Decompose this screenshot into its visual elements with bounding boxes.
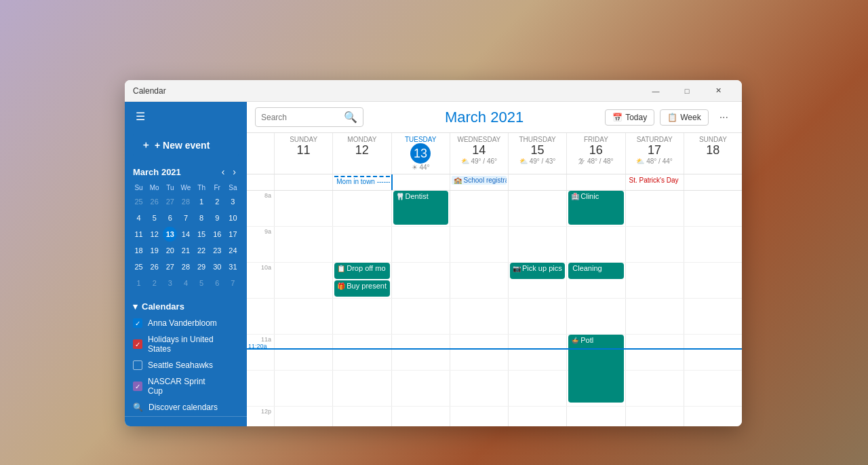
time-cell[interactable] xyxy=(684,371,742,406)
time-cell[interactable] xyxy=(508,227,566,262)
mini-cal-day[interactable]: 22 xyxy=(195,243,209,258)
time-cell[interactable] xyxy=(684,227,742,262)
time-cell[interactable] xyxy=(684,263,742,298)
mini-cal-day[interactable]: 6 xyxy=(210,276,224,291)
time-cell[interactable]: Cleaning xyxy=(566,263,625,298)
mini-cal-day[interactable]: 1 xyxy=(132,276,146,291)
mini-cal-day[interactable]: 4 xyxy=(178,276,193,291)
calendar-item-holidays[interactable]: ✓ Holidays in United States ··· xyxy=(125,332,247,356)
time-cell[interactable] xyxy=(684,191,742,226)
calendar-checkbox-seahawks[interactable] xyxy=(133,360,142,370)
event-clinic[interactable]: 🏥Clinic xyxy=(568,191,623,225)
time-cell[interactable] xyxy=(450,299,508,334)
time-cell[interactable]: 🏥Clinic xyxy=(566,191,625,226)
new-event-button[interactable]: ＋ + New event xyxy=(133,134,239,157)
time-cell[interactable] xyxy=(450,335,508,370)
event-pickuppics[interactable]: 📷Pick up pics xyxy=(510,263,565,279)
mini-cal-day[interactable]: 24 xyxy=(226,243,240,258)
maximize-button[interactable]: □ xyxy=(671,80,703,102)
time-cell[interactable] xyxy=(450,407,508,426)
time-cell[interactable] xyxy=(332,191,391,226)
time-cell[interactable] xyxy=(508,335,566,370)
more-options-button[interactable]: ··· xyxy=(714,109,734,126)
time-cell[interactable] xyxy=(508,407,566,426)
time-cell[interactable] xyxy=(332,227,391,262)
calendar-item-anna[interactable]: ✓ Anna Vanderbloom ··· xyxy=(125,314,247,332)
mini-cal-day[interactable]: 4 xyxy=(132,210,146,225)
mini-cal-day[interactable]: 5 xyxy=(195,276,209,291)
time-cell[interactable] xyxy=(625,299,684,334)
time-cell[interactable] xyxy=(566,407,625,426)
calendar-item-nascar[interactable]: ✓ NASCAR Sprint Cup ··· xyxy=(125,374,247,398)
time-cell[interactable] xyxy=(566,227,625,262)
mini-cal-day[interactable]: 2 xyxy=(210,194,224,209)
time-cell[interactable] xyxy=(625,335,684,370)
mini-cal-day[interactable]: 13 xyxy=(163,227,177,242)
mini-cal-day[interactable]: 27 xyxy=(163,194,177,209)
time-cell[interactable] xyxy=(625,227,684,262)
time-cell[interactable] xyxy=(274,407,332,426)
today-button[interactable]: 📅 Today xyxy=(605,109,654,126)
event-st-patricks-day[interactable]: St. Patrick's Day xyxy=(627,176,682,185)
event-dropoff[interactable]: 📋Drop off mo xyxy=(334,263,389,279)
mini-cal-day[interactable]: 20 xyxy=(163,243,177,258)
time-cell[interactable] xyxy=(625,371,684,406)
time-cell[interactable] xyxy=(332,299,391,334)
mini-cal-prev[interactable]: ‹ xyxy=(219,165,228,179)
mini-cal-day[interactable]: 15 xyxy=(195,227,209,242)
mini-cal-day[interactable]: 19 xyxy=(147,243,161,258)
time-cell[interactable] xyxy=(391,227,450,262)
mini-cal-day[interactable]: 26 xyxy=(147,259,161,274)
event-dentist[interactable]: 🦷Dentist xyxy=(393,191,448,225)
mini-cal-day[interactable]: 2 xyxy=(147,276,161,291)
time-cell[interactable] xyxy=(508,299,566,334)
mini-cal-day[interactable]: 28 xyxy=(178,259,193,274)
event-cleaning[interactable]: Cleaning xyxy=(568,263,623,279)
time-cell[interactable] xyxy=(274,227,332,262)
mini-cal-day[interactable]: 23 xyxy=(210,243,224,258)
mini-cal-day[interactable]: 27 xyxy=(163,259,177,274)
calendar-checkbox-nascar[interactable]: ✓ xyxy=(133,382,142,391)
calendar-checkbox-holidays[interactable]: ✓ xyxy=(133,339,142,349)
mini-cal-day[interactable]: 5 xyxy=(147,210,161,225)
time-cell[interactable] xyxy=(332,407,391,426)
time-cell[interactable] xyxy=(450,263,508,298)
time-cell[interactable] xyxy=(274,299,332,334)
event-buypresent[interactable]: 🎁Buy present xyxy=(334,280,389,297)
mini-cal-day[interactable]: 12 xyxy=(147,227,161,242)
time-cell[interactable] xyxy=(391,407,450,426)
people-icon[interactable]: 👥 xyxy=(177,422,199,426)
time-cell[interactable] xyxy=(274,191,332,226)
time-cell[interactable] xyxy=(274,335,332,370)
mini-cal-day[interactable]: 3 xyxy=(226,194,240,209)
mini-cal-day[interactable]: 9 xyxy=(210,210,224,225)
week-button[interactable]: 📋 Week xyxy=(660,109,708,126)
mini-cal-day[interactable]: 30 xyxy=(210,259,224,274)
time-cell[interactable] xyxy=(274,371,332,406)
time-cell[interactable] xyxy=(391,299,450,334)
time-cell[interactable] xyxy=(450,191,508,226)
time-cell[interactable]: 🍲Potl xyxy=(566,335,625,370)
calendar-checkbox-anna[interactable]: ✓ xyxy=(133,318,142,328)
mini-cal-day[interactable]: 16 xyxy=(210,227,224,242)
calendar-item-seahawks[interactable]: Seattle Seahawks ··· xyxy=(125,356,247,374)
time-cell[interactable] xyxy=(274,263,332,298)
mini-cal-day[interactable]: 11 xyxy=(132,227,146,242)
mini-cal-day[interactable]: 14 xyxy=(178,227,193,242)
time-cell[interactable] xyxy=(450,227,508,262)
mini-cal-day[interactable]: 10 xyxy=(226,210,240,225)
time-cell[interactable]: 📋Drop off mo🎁Buy present xyxy=(332,263,391,298)
event-school-registrati[interactable]: 🏫 School registrati... xyxy=(452,176,507,185)
mini-cal-day[interactable]: 7 xyxy=(226,276,240,291)
time-cell[interactable] xyxy=(332,371,391,406)
tasks-icon[interactable]: ✓ xyxy=(202,422,219,426)
mini-cal-day[interactable]: 7 xyxy=(178,210,193,225)
time-cell[interactable] xyxy=(391,371,450,406)
mini-cal-day[interactable]: 6 xyxy=(163,210,177,225)
time-cell[interactable] xyxy=(684,335,742,370)
close-button[interactable]: ✕ xyxy=(703,80,734,102)
time-cell[interactable] xyxy=(508,371,566,406)
time-cell[interactable] xyxy=(332,335,391,370)
mini-cal-day[interactable]: 28 xyxy=(178,194,193,209)
time-cell[interactable] xyxy=(684,299,742,334)
